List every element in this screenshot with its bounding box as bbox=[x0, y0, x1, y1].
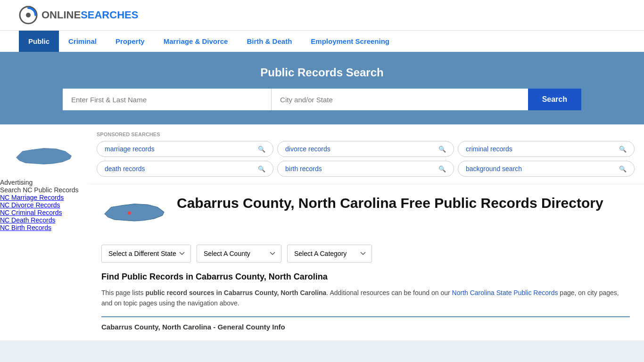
nav-item-birth-death[interactable]: Birth & Death bbox=[237, 31, 301, 52]
sponsored-item-label: marriage records bbox=[105, 145, 155, 153]
sponsored-item-label: background search bbox=[466, 165, 522, 173]
search-bar: Search bbox=[63, 89, 581, 110]
county-dropdown[interactable]: Select A County bbox=[197, 245, 281, 263]
sidebar-link-death[interactable]: NC Death Records bbox=[0, 216, 56, 224]
nav-item-public[interactable]: Public bbox=[19, 31, 59, 52]
list-item[interactable]: NC Divorce Records bbox=[0, 201, 87, 209]
nc-map-large bbox=[101, 194, 167, 234]
sponsored-item-label: criminal records bbox=[466, 145, 512, 153]
sponsored-item-label: death records bbox=[105, 165, 145, 173]
find-link[interactable]: North Carolina State Public Records bbox=[452, 289, 558, 296]
sponsored-item-label: divorce records bbox=[285, 145, 330, 153]
sidebar-links: NC Marriage Records NC Divorce Records N… bbox=[0, 194, 87, 231]
nav-item-marriage-divorce[interactable]: Marriage & Divorce bbox=[154, 31, 238, 52]
nav-item-criminal[interactable]: Criminal bbox=[59, 31, 106, 52]
sponsored-item-label: birth records bbox=[285, 165, 322, 173]
directory-section: Cabarrus County, North Carolina Free Pub… bbox=[87, 184, 644, 340]
state-map-image bbox=[101, 194, 167, 235]
location-input[interactable] bbox=[272, 89, 528, 110]
search-icon: 🔍 bbox=[258, 165, 265, 173]
sponsored-section: SPONSORED SEARCHES marriage records 🔍 di… bbox=[87, 124, 644, 184]
search-button[interactable]: Search bbox=[528, 89, 581, 110]
svg-point-1 bbox=[26, 13, 31, 17]
find-text-2: . Additional resources can be found on o… bbox=[326, 289, 452, 296]
main-content: SPONSORED SEARCHES marriage records 🔍 di… bbox=[87, 124, 644, 340]
ad-box[interactable]: Search NC Public Records bbox=[0, 186, 87, 194]
sidebar: Advertising Search NC Public Records NC … bbox=[0, 124, 87, 340]
sponsored-item-background[interactable]: background search 🔍 bbox=[458, 161, 635, 177]
sidebar-link-birth[interactable]: NC Birth Records bbox=[0, 224, 51, 231]
list-item[interactable]: NC Death Records bbox=[0, 216, 87, 224]
search-icon: 🔍 bbox=[258, 146, 265, 153]
find-description: This page lists public record sources in… bbox=[101, 288, 630, 309]
search-icon: 🔍 bbox=[619, 165, 627, 173]
state-dropdown[interactable]: Select a Different State bbox=[101, 245, 191, 263]
search-icon: 🔍 bbox=[438, 165, 446, 173]
sponsored-item-birth[interactable]: birth records 🔍 bbox=[277, 161, 454, 177]
logo[interactable]: ONLINESEARCHES bbox=[19, 6, 138, 25]
nav-link-employment[interactable]: Employment Screening bbox=[301, 31, 399, 52]
nc-state-map bbox=[13, 139, 74, 176]
county-info-header: Cabarrus County, North Carolina - Genera… bbox=[101, 316, 630, 331]
nav-item-employment[interactable]: Employment Screening bbox=[301, 31, 399, 52]
nav-link-birth-death[interactable]: Birth & Death bbox=[237, 31, 301, 52]
list-item[interactable]: NC Birth Records bbox=[0, 224, 87, 231]
sponsored-label: SPONSORED SEARCHES bbox=[97, 132, 635, 137]
nav-item-property[interactable]: Property bbox=[106, 31, 154, 52]
nav-link-public[interactable]: Public bbox=[19, 31, 59, 52]
sponsored-item-criminal[interactable]: criminal records 🔍 bbox=[458, 141, 635, 157]
dropdown-row: Select a Different State Select A County… bbox=[101, 245, 630, 263]
search-icon: 🔍 bbox=[619, 146, 627, 153]
sponsored-item-marriage[interactable]: marriage records 🔍 bbox=[97, 141, 273, 157]
sidebar-link-criminal[interactable]: NC Criminal Records bbox=[0, 209, 62, 216]
directory-title: Cabarrus County, North Carolina Free Pub… bbox=[177, 194, 630, 212]
hero-banner: Public Records Search Search bbox=[0, 52, 644, 124]
list-item[interactable]: NC Criminal Records bbox=[0, 209, 87, 216]
sidebar-link-marriage[interactable]: NC Marriage Records bbox=[0, 194, 64, 201]
nav-link-criminal[interactable]: Criminal bbox=[59, 31, 106, 52]
advertising-label: Advertising bbox=[0, 179, 87, 186]
content-wrapper: Advertising Search NC Public Records NC … bbox=[0, 124, 644, 340]
logo-icon bbox=[19, 6, 38, 25]
search-icon: 🔍 bbox=[438, 146, 446, 153]
find-bold: public record sources in Cabarrus County… bbox=[145, 289, 326, 296]
hero-title: Public Records Search bbox=[19, 66, 625, 79]
find-text-1: This page lists bbox=[101, 289, 145, 296]
directory-header: Cabarrus County, North Carolina Free Pub… bbox=[101, 194, 630, 235]
svg-point-2 bbox=[128, 212, 131, 215]
find-title: Find Public Records in Cabarrus County, … bbox=[101, 272, 630, 282]
sponsored-grid: marriage records 🔍 divorce records 🔍 cri… bbox=[97, 141, 635, 177]
logo-text: ONLINESEARCHES bbox=[41, 9, 138, 21]
header: ONLINESEARCHES bbox=[0, 0, 644, 30]
category-dropdown[interactable]: Select A Category bbox=[287, 245, 372, 263]
find-section: Find Public Records in Cabarrus County, … bbox=[101, 272, 630, 331]
logo-searches: SEARCHES bbox=[81, 9, 138, 21]
main-nav: Public Criminal Property Marriage & Divo… bbox=[0, 30, 644, 52]
nav-link-marriage-divorce[interactable]: Marriage & Divorce bbox=[154, 31, 238, 52]
list-item[interactable]: NC Marriage Records bbox=[0, 194, 87, 201]
sidebar-link-divorce[interactable]: NC Divorce Records bbox=[0, 201, 60, 209]
sponsored-item-divorce[interactable]: divorce records 🔍 bbox=[277, 141, 454, 157]
name-input[interactable] bbox=[63, 89, 272, 110]
nav-link-property[interactable]: Property bbox=[106, 31, 154, 52]
logo-online: ONLINE bbox=[41, 9, 81, 21]
sponsored-item-death[interactable]: death records 🔍 bbox=[97, 161, 273, 177]
